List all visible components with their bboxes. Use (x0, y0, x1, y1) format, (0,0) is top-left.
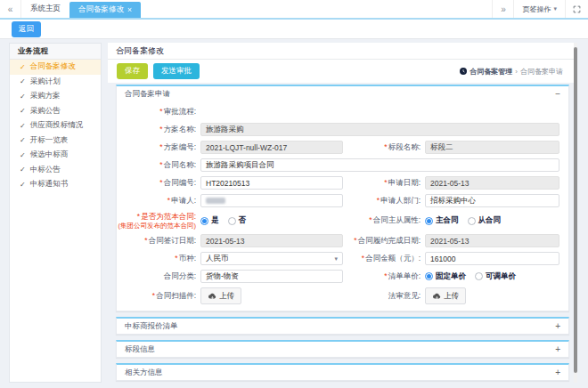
tab-actions-dropdown[interactable]: 页签操作 ▾ (513, 0, 565, 18)
radio-yes[interactable]: 是 (200, 215, 219, 226)
contract-code-input[interactable]: HT20210513 (200, 176, 343, 190)
label-text: 币种: (179, 254, 196, 263)
scrollbar-thumb[interactable] (574, 47, 577, 373)
label-text: 是否为范本合同: (141, 212, 196, 221)
check-icon: ✓ (20, 107, 26, 115)
tab-bar: « 系统主页 合同备案修改 × » 页签操作 ▾ (0, 0, 588, 20)
scrollbar-track[interactable] (574, 43, 577, 383)
breadcrumb-root[interactable]: 合同备案管理 (470, 67, 512, 77)
tab-contract-filing-edit[interactable]: 合同备案修改 × (69, 2, 141, 18)
sidebar-item-procurement-scheme[interactable]: ✓ 采购方案 (10, 89, 101, 104)
tab-actions-label: 页签操作 (522, 4, 551, 14)
panel-header[interactable]: 中标商报价清单 + (117, 319, 568, 334)
expand-icon[interactable]: + (555, 322, 560, 331)
field-label: *合同扫描件: (126, 291, 200, 302)
master-slave-radio-group: 主合同 从合同 (425, 215, 559, 226)
sidebar-item-label: 采购公告 (30, 106, 61, 117)
save-button[interactable]: 保存 (117, 63, 148, 79)
apply-dept-input[interactable]: 招标采购中心 (425, 194, 559, 207)
radio-adjustable-price[interactable]: 可调单价 (475, 271, 516, 282)
label-text: 清单单价: (388, 271, 421, 280)
scan-upload-button[interactable]: 上传 (200, 287, 241, 304)
field-label: *合同金额（元）: (343, 254, 425, 264)
applicant-input[interactable] (200, 194, 343, 207)
plan-name-input: 旅游路采购 (200, 123, 559, 136)
panel-title: 标段信息 (125, 344, 155, 355)
radio-label: 可调单价 (486, 271, 516, 282)
check-icon: ✓ (20, 151, 26, 159)
currency-select[interactable]: 人民币 ▾ (200, 252, 343, 265)
required-mark: * (369, 215, 372, 224)
label-note: (集团公司发布的范本合同) (118, 222, 197, 230)
expand-icon[interactable]: + (555, 345, 560, 354)
send-approval-button[interactable]: 发送审批 (153, 63, 200, 79)
sidebar-item-supplier-bidding[interactable]: ✓ 供应商投标情况 (10, 118, 101, 133)
sign-date-input: 2021-05-13 (200, 234, 343, 247)
tabbar-spacer (141, 0, 492, 18)
sidebar-item-award-notification[interactable]: ✓ 中标通知书 (10, 177, 101, 192)
sidebar-item-procurement-plan[interactable]: ✓ 采购计划 (10, 75, 101, 90)
sidebar-item-label: 中标通知书 (30, 179, 69, 190)
radio-fixed-price[interactable]: 固定单价 (425, 271, 466, 282)
content-area: 业务流程 ✓ 合同备案修改 ✓ 采购计划 ✓ 采购方案 ✓ 采购公告 ✓ 供应商… (0, 39, 588, 388)
radio-no[interactable]: 否 (228, 215, 247, 226)
sidebar-item-procurement-notice[interactable]: ✓ 采购公告 (10, 104, 101, 119)
check-icon: ✓ (20, 166, 26, 174)
required-mark: * (384, 142, 387, 151)
tab-label: 合同备案修改 (78, 4, 124, 15)
radio-master-contract[interactable]: 主合同 (425, 215, 459, 226)
check-icon: ✓ (20, 63, 26, 71)
cloud-upload-icon (208, 292, 216, 300)
field-label: *方案名称: (126, 125, 200, 135)
label-text: 合同编号: (164, 178, 196, 187)
expand-icon[interactable]: + (555, 368, 560, 377)
required-mark: * (152, 291, 155, 300)
legal-opinion-field: 上传 (425, 287, 559, 304)
sidebar-item-label: 采购计划 (30, 77, 61, 87)
category-input[interactable]: 货物-物资 (200, 270, 343, 283)
panel-header[interactable]: 相关方信息 + (117, 365, 568, 380)
legal-upload-button[interactable]: 上传 (425, 287, 466, 304)
sidebar-item-bid-opening-list[interactable]: ✓ 开标一览表 (10, 133, 101, 149)
panel-header[interactable]: 合同备案申请 − (117, 86, 568, 101)
finish-date-input: 2021-05-13 (425, 234, 559, 247)
fullscreen-icon[interactable] (565, 0, 588, 18)
unit-price-radio-group: 固定单价 可调单价 (425, 271, 559, 282)
breadcrumb-current: 合同备案申请 (520, 67, 563, 77)
form-row-plan-code: *方案编号: 2021-LQJT-null-WZ-017 *标段名称: 标段二 (126, 141, 559, 154)
field-label: 法审意见: (343, 291, 425, 302)
sidebar-item-award-notice[interactable]: ✓ 中标公告 (10, 163, 101, 178)
action-bar: 保存 发送审批 合同备案管理 › 合同备案申请 (108, 60, 577, 83)
sidebar-item-contract-filing-edit[interactable]: ✓ 合同备案修改 (10, 60, 101, 75)
scan-file-field: 上传 (200, 287, 343, 304)
sidebar-item-label: 开标一览表 (30, 135, 69, 146)
tabs-overflow-icon[interactable]: » (492, 0, 513, 18)
radio-dot (475, 272, 483, 280)
sidebar-item-label: 供应商投标情况 (30, 120, 84, 131)
panel-header[interactable]: 标段信息 + (117, 342, 568, 357)
tabs-collapse-icon[interactable]: « (0, 0, 21, 18)
amount-input[interactable]: 161000 (425, 252, 559, 265)
contract-name-input[interactable]: 旅游路采购项目合同 (200, 158, 559, 172)
tab-system-home[interactable]: 系统主页 (21, 0, 69, 18)
field-label: *合同编号: (126, 178, 200, 189)
sidebar-item-label: 候选中标商 (30, 150, 69, 160)
radio-slave-contract[interactable]: 从合同 (468, 215, 502, 226)
upload-label: 上传 (219, 291, 234, 302)
tab-close-icon[interactable]: × (127, 6, 132, 14)
field-label: *合同名称: (126, 160, 200, 171)
check-icon: ✓ (20, 122, 26, 130)
label-text: 合同名称: (164, 160, 196, 169)
collapse-icon[interactable]: − (555, 90, 560, 99)
plan-code-input: 2021-LQJT-null-WZ-017 (200, 141, 343, 154)
chevron-down-icon: ▾ (334, 255, 338, 263)
label-text: 合同签订日期: (149, 236, 196, 245)
sidebar-item-candidate-winner[interactable]: ✓ 候选中标商 (10, 148, 101, 163)
field-label: *申请人: (126, 196, 200, 206)
sidebar-item-label: 合同备案修改 (30, 61, 76, 72)
form-row-category: 合同分类: 货物-物资 *清单单价: 固定单价 可调单价 (126, 270, 559, 283)
back-button[interactable]: 返回 (12, 21, 41, 37)
contract-form: *审批流程: *方案名称: 旅游路采购 *方案编号: 2021-LQJT-nul… (117, 101, 568, 311)
page-title: 合同备案修改 (108, 43, 577, 60)
process-sidebar: 业务流程 ✓ 合同备案修改 ✓ 采购计划 ✓ 采购方案 ✓ 采购公告 ✓ 供应商… (9, 43, 102, 383)
